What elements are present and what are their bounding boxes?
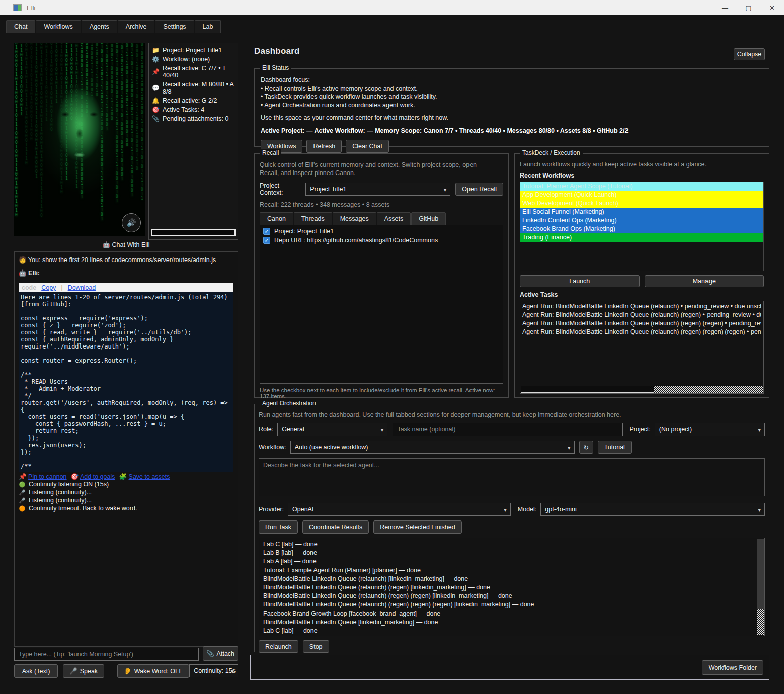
model-select[interactable]: gpt-4o-mini <box>540 503 765 516</box>
tab-agents[interactable]: Agents <box>82 20 117 33</box>
result-item[interactable]: Lab C [lab] — done <box>263 627 754 635</box>
recall-footer-note: Use the checkbox next to each item to in… <box>260 387 503 399</box>
tab-archive[interactable]: Archive <box>118 20 155 33</box>
result-item[interactable]: BlindModelBattle LinkedIn Queue (relaunc… <box>263 583 754 592</box>
orchestration-action-button[interactable]: Remove Selected Finished <box>373 520 461 534</box>
workflow-item[interactable]: Web Development (Quick Launch) <box>520 199 763 208</box>
vertical-scrollbar[interactable] <box>757 539 764 635</box>
result-item[interactable]: BlindModelBattle LinkedIn Queue (relaunc… <box>263 575 754 583</box>
workflow-select[interactable]: Auto (use active workflow) <box>290 441 575 454</box>
collapse-button[interactable]: Collapse <box>734 48 765 60</box>
tab-chat[interactable]: Chat <box>6 20 35 33</box>
stop-button[interactable]: Stop <box>303 640 329 653</box>
chat-input[interactable] <box>14 648 199 661</box>
elli-avatar-image: 0 1 0 0 0 0 1 1 0 1 1 0 0 0 1 1 0 1 1 1 … <box>14 43 145 236</box>
scrollbar-thumb[interactable] <box>521 386 654 393</box>
paperclip-icon: 📎 <box>206 650 214 657</box>
recall-tab-canon[interactable]: Canon <box>260 212 293 225</box>
horizontal-scrollbar[interactable] <box>521 386 763 393</box>
workflows-folder-button[interactable]: Workflows Folder <box>702 660 763 675</box>
workflow-item[interactable]: Trading (Finance) <box>520 233 763 242</box>
recall-stats: Recall: 222 threads • 348 messages • 8 a… <box>260 201 503 208</box>
recall-tab-github[interactable]: GitHub <box>411 212 446 225</box>
orchestration-action-button[interactable]: Run Task <box>259 520 298 534</box>
recall-group: Recall Quick control of Elli's current m… <box>254 153 509 398</box>
status-row: 🎯 Active Tasks: 4 <box>151 105 236 114</box>
result-item[interactable]: BlindModelBattle LinkedIn Queue (relaunc… <box>263 600 754 609</box>
open-recall-button[interactable]: Open Recall <box>455 183 503 196</box>
project-select[interactable]: (No project) <box>655 423 765 436</box>
task-name-input[interactable] <box>393 423 623 436</box>
agent-orchestration-group: Agent Orchestration Run agents fast from… <box>254 404 769 652</box>
recall-item-row: ✓ Project: Project Title1 <box>262 227 501 236</box>
result-item[interactable]: BlindModelBattle LinkedIn Queue (relaunc… <box>263 592 754 600</box>
chat-history: 🧑 You: show the first 20 lines of codeco… <box>14 251 238 647</box>
workflow-item[interactable]: Tutorial: Planner Agent Scope (Tutorial) <box>520 182 763 191</box>
provider-select[interactable]: OpenAI <box>288 503 511 516</box>
volume-bar[interactable] <box>151 229 236 236</box>
status-action-button[interactable]: Clear Chat <box>346 140 389 153</box>
tab-lab[interactable]: Lab <box>195 20 221 33</box>
refresh-workflows-button[interactable]: ↻ <box>579 441 593 454</box>
checkbox-checked-icon[interactable]: ✓ <box>263 237 270 244</box>
recall-tab-messages[interactable]: Messages <box>333 212 376 225</box>
active-tasks-list: Agent Run: BlindModelBattle LinkedIn Que… <box>520 301 764 394</box>
chat-action-link[interactable]: 🧩 Save to assets <box>119 473 170 480</box>
result-item[interactable]: Lab A [lab] — done <box>263 557 754 566</box>
attach-button[interactable]: 📎 Attach <box>203 646 238 661</box>
checkbox-checked-icon[interactable]: ✓ <box>263 228 270 235</box>
status-text: Recall active: G 2/2 <box>163 97 217 104</box>
close-icon[interactable]: ✕ <box>760 4 784 12</box>
chat-action-icon: 🧩 <box>119 473 127 480</box>
status-icon: 📎 <box>152 115 160 122</box>
elli-avatar-icon: 🤖 <box>102 241 110 248</box>
dashboard-focus-title: Dashboard focus: <box>261 76 763 84</box>
tab-settings[interactable]: Settings <box>155 20 194 33</box>
tutorial-button[interactable]: Tutorial <box>598 441 632 454</box>
active-task-item[interactable]: Agent Run: BlindModelBattle LinkedIn Que… <box>522 311 761 319</box>
download-link[interactable]: Download <box>68 284 96 291</box>
result-item[interactable]: Lab B [lab] — done <box>263 549 754 557</box>
tab-workflows[interactable]: Workflows <box>36 20 81 33</box>
status-action-button[interactable]: Refresh <box>306 140 342 153</box>
chat-action-link[interactable]: 🎯 Add to goals <box>71 473 115 480</box>
copy-link[interactable]: Copy <box>41 284 56 291</box>
workflow-item[interactable]: LinkedIn Content Ops (Marketing) <box>520 216 763 225</box>
status-row: 🔔 Recall active: G 2/2 <box>151 96 236 105</box>
chat-status-icon: 🎤 <box>19 497 26 504</box>
workflow-item[interactable]: Elli Social Funnel (Marketing) <box>520 208 763 216</box>
code-block-header: code Copy | Download <box>19 283 233 292</box>
workflow-item[interactable]: Facebook Brand Ops (Marketing) <box>520 225 763 233</box>
relaunch-button[interactable]: Relaunch <box>259 640 298 653</box>
speak-button[interactable]: 🎤 Speak <box>63 664 104 678</box>
task-description-textarea[interactable] <box>259 458 765 496</box>
result-item[interactable]: Lab C [lab] — done <box>263 540 754 549</box>
active-task-item[interactable]: Agent Run: BlindModelBattle LinkedIn Que… <box>522 302 761 311</box>
workflow-item[interactable]: App Development (Quick Launch) <box>520 191 763 199</box>
recall-tab-threads[interactable]: Threads <box>294 212 332 225</box>
active-task-item[interactable]: Agent Run: BlindModelBattle LinkedIn Que… <box>522 328 761 336</box>
role-select[interactable]: General <box>277 423 387 436</box>
wake-word-button[interactable]: 👂 Wake Word: OFF <box>117 664 189 678</box>
active-task-item[interactable]: Agent Run: BlindModelBattle LinkedIn Que… <box>522 319 761 328</box>
result-item[interactable]: BlindModelBattle LinkedIn Queue [linkedi… <box>263 618 754 627</box>
maximize-icon[interactable]: ▢ <box>737 4 760 12</box>
chat-action-link[interactable]: 📌 Pin to cannon <box>19 473 67 480</box>
minimize-icon[interactable]: — <box>713 4 737 12</box>
result-item[interactable]: Facebook Brand Growth Loop [facebook_bra… <box>263 610 754 618</box>
project-context-select[interactable]: Project Title1 <box>305 183 450 196</box>
continuity-select[interactable]: Continuity: 15s <box>189 664 238 677</box>
chat-status-icon: 🟠 <box>19 505 26 512</box>
speaker-button[interactable]: 🔊 <box>122 213 141 232</box>
manage-button[interactable]: Manage <box>645 275 764 287</box>
status-icon: 📌 <box>152 68 160 75</box>
scrollbar-thumb[interactable] <box>757 539 764 609</box>
active-tasks-title: Active Tasks <box>520 291 764 298</box>
recall-tab-assets[interactable]: Assets <box>377 212 411 225</box>
launch-button[interactable]: Launch <box>520 275 640 287</box>
chat-status-text: Listening (continuity)... <box>29 497 92 504</box>
agent-orchestration-legend: Agent Orchestration <box>260 400 319 407</box>
result-item[interactable]: Tutorial: Example Agent Run (Planner) [p… <box>263 566 754 575</box>
orchestration-action-button[interactable]: Coordinate Results <box>302 520 369 534</box>
ask-text-button[interactable]: Ask (Text) <box>14 664 58 678</box>
